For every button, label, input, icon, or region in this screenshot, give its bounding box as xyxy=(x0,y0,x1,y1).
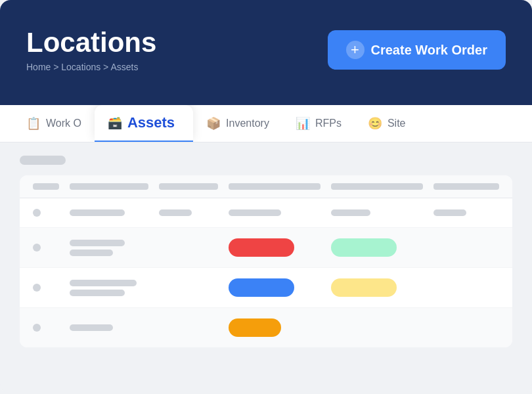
th-1 xyxy=(33,183,59,190)
site-icon: 😊 xyxy=(368,116,382,131)
tab-site[interactable]: 😊 Site xyxy=(355,106,419,142)
filter-pill-1 xyxy=(20,156,66,165)
row-name-line2 xyxy=(70,250,113,256)
row-cell-name-stack xyxy=(70,280,148,296)
tab-site-label: Site xyxy=(388,118,406,129)
th-3 xyxy=(159,183,218,190)
table-row[interactable] xyxy=(20,268,512,308)
content-area xyxy=(0,142,532,392)
row-badge-orange xyxy=(229,318,281,337)
tabs-bar: 📋 Work O 🗃️ Assets 📦 Inventory 📊 RFPs 😊 … xyxy=(0,105,532,142)
row-cell-desc xyxy=(159,209,192,216)
rfps-icon: 📊 xyxy=(296,116,310,131)
tab-assets-label: Assets xyxy=(127,114,175,131)
work-orders-icon: 📋 xyxy=(26,116,41,131)
filter-bar xyxy=(20,156,512,165)
th-2 xyxy=(70,183,148,190)
table-row[interactable] xyxy=(20,308,512,347)
row-badge-blue xyxy=(229,278,294,297)
tab-work-orders-label: Work O xyxy=(46,118,81,129)
tab-rfps[interactable]: 📊 RFPs xyxy=(282,106,355,142)
plus-icon: + xyxy=(346,41,365,59)
row-name-line1 xyxy=(70,280,137,286)
row-cell-4 xyxy=(229,209,281,216)
page-header: Locations Home > Locations > Assets + Cr… xyxy=(0,0,532,105)
create-work-order-button[interactable]: + Create Work Order xyxy=(328,30,506,70)
row-badge-yellow xyxy=(331,278,397,297)
table-row[interactable] xyxy=(20,228,512,268)
row-badge-red xyxy=(229,238,294,257)
inventory-icon: 📦 xyxy=(206,116,221,131)
row-cell-name xyxy=(70,209,125,216)
header-left: Locations Home > Locations > Assets xyxy=(26,28,156,72)
table-header xyxy=(20,175,512,198)
create-work-order-label: Create Work Order xyxy=(371,43,487,58)
row-cell-6 xyxy=(433,209,466,216)
row-name-line2 xyxy=(70,290,125,296)
row-cell-name xyxy=(70,324,113,331)
page-title: Locations xyxy=(26,28,156,58)
row-name-line1 xyxy=(70,240,125,246)
breadcrumb: Home > Locations > Assets xyxy=(26,62,156,72)
th-4 xyxy=(229,183,321,190)
tab-assets[interactable]: 🗃️ Assets xyxy=(95,105,193,142)
row-cell-5 xyxy=(331,209,370,216)
tab-inventory[interactable]: 📦 Inventory xyxy=(193,106,282,142)
row-dot xyxy=(33,284,41,292)
row-badge-green xyxy=(331,238,397,257)
row-dot xyxy=(33,244,41,252)
th-6 xyxy=(433,183,499,190)
th-5 xyxy=(331,183,423,190)
table-row[interactable] xyxy=(20,198,512,228)
assets-table xyxy=(20,175,512,347)
assets-icon: 🗃️ xyxy=(108,116,122,130)
tab-inventory-label: Inventory xyxy=(226,118,269,129)
row-cell-name-stack xyxy=(70,240,148,256)
row-dot xyxy=(33,324,41,332)
row-dot xyxy=(33,209,41,217)
tab-work-orders[interactable]: 📋 Work O xyxy=(13,106,95,142)
tab-rfps-label: RFPs xyxy=(315,118,342,129)
